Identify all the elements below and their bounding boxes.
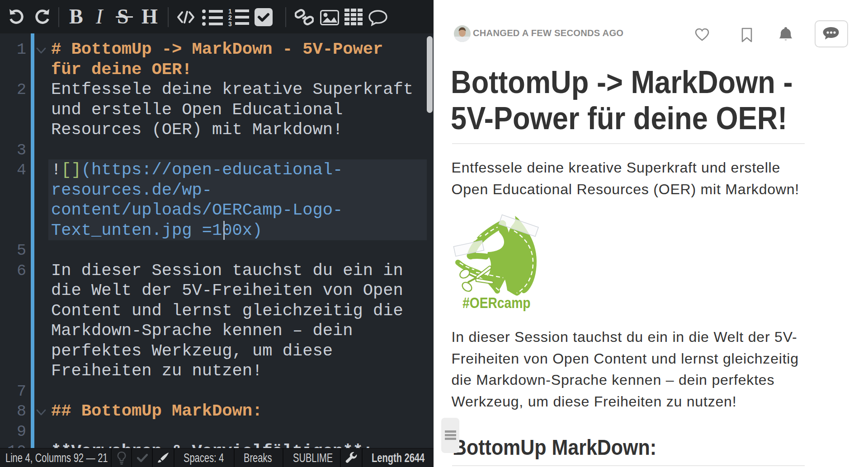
svg-text:3: 3 [228, 20, 232, 27]
